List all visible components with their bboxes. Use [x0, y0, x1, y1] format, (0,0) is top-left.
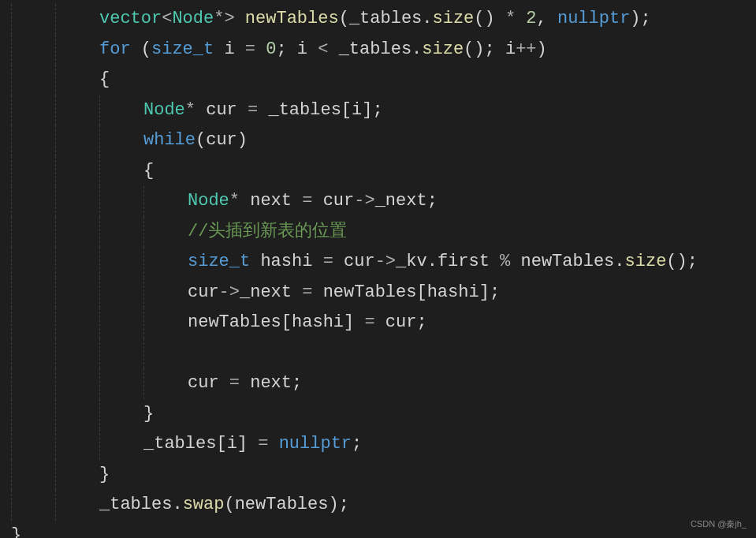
token-operator: = [245, 39, 255, 59]
token-punct: { [143, 161, 154, 181]
token-operator: -> [354, 191, 374, 211]
code-text: _tables.swap(newTables); [0, 490, 349, 521]
token-punct: ); [630, 9, 650, 28]
token-punct: . [427, 252, 438, 271]
token-operator: ++ [516, 39, 536, 59]
token-type: Node [172, 9, 214, 28]
token-text: _next [375, 191, 427, 211]
token-builtin: nullptr [279, 434, 352, 454]
token-number: 2 [526, 9, 536, 28]
token-operator: = [302, 191, 312, 211]
code-text: for (size_t i = 0; i < _tables.size(); i… [0, 35, 547, 65]
token-operator: = [248, 100, 258, 120]
token-text: hashi [250, 252, 322, 271]
code-line[interactable]: } [0, 399, 756, 430]
code-line[interactable]: _tables[i] = nullptr; [0, 429, 756, 460]
token-text: hashi [427, 282, 479, 302]
token-keyword: for [99, 39, 131, 59]
token-text: newTables [510, 252, 614, 271]
token-punct: ) [537, 39, 547, 59]
token-punct: ( [339, 9, 349, 28]
token-text: _kv [396, 252, 427, 271]
code-line[interactable]: _tables.swap(newTables); [0, 490, 756, 521]
code-text: newTables[hashi] = cur; [0, 308, 427, 338]
token-operator: -> [375, 252, 396, 271]
code-line[interactable]: cur = next; [0, 368, 756, 399]
token-punct: [ [281, 312, 292, 332]
code-text: } [0, 460, 110, 491]
token-punct: . [614, 252, 624, 271]
code-line[interactable]: size_t hashi = cur->_kv.first % newTable… [0, 247, 756, 278]
token-text [131, 39, 141, 59]
token-punct: ( [141, 39, 151, 59]
token-operator: * [214, 9, 224, 28]
code-text: } [0, 399, 154, 430]
token-comment: //头插到新表的位置 [188, 222, 347, 241]
code-line[interactable]: } [0, 521, 756, 539]
token-punct: , [537, 9, 547, 28]
token-text: first [438, 252, 500, 271]
token-operator: < [318, 39, 328, 59]
code-line[interactable]: vector<Node*> newTables(_tables.size() *… [0, 4, 756, 35]
token-text: i [352, 100, 362, 120]
token-text: _tables [143, 434, 216, 454]
code-text: cur = next; [0, 368, 302, 399]
token-method: size [433, 9, 475, 28]
token-operator: = [229, 373, 240, 393]
token-text: _next [240, 282, 302, 302]
code-text: cur->_next = newTables[hashi]; [0, 278, 500, 308]
code-line[interactable]: Node* cur = _tables[i]; [0, 95, 756, 126]
token-punct: . [412, 39, 422, 59]
code-line[interactable]: } [0, 460, 756, 491]
token-punct: ) [237, 130, 248, 150]
token-punct: ]; [479, 282, 500, 302]
token-text: next [240, 191, 302, 211]
token-keyword: size_t [188, 252, 250, 271]
code-line[interactable]: { [0, 156, 756, 187]
token-punct: . [172, 495, 182, 514]
token-text: cur [206, 130, 237, 150]
code-editor[interactable]: vector<Node*> newTables(_tables.size() *… [0, 0, 756, 538]
token-operator: = [364, 312, 374, 332]
token-punct: ; [276, 39, 286, 59]
code-text: Node* cur = _tables[i]; [0, 95, 383, 126]
code-line[interactable]: Node* next = cur->_next; [0, 186, 756, 217]
code-line[interactable]: while(cur) [0, 125, 756, 156]
token-punct: [ [341, 100, 352, 120]
token-text [516, 9, 526, 28]
token-punct: } [143, 404, 154, 424]
token-text: i [287, 39, 318, 59]
token-type: vector [99, 9, 162, 28]
token-punct: . [422, 9, 432, 28]
code-line[interactable]: for (size_t i = 0; i < _tables.size(); i… [0, 35, 756, 65]
token-punct: ] [237, 434, 248, 454]
token-punct: [ [416, 282, 426, 302]
token-punct: [ [216, 434, 226, 454]
token-text: _tables [328, 39, 412, 59]
token-operator: = [323, 252, 333, 271]
token-text [248, 434, 258, 454]
token-text [255, 39, 266, 59]
token-keyword: size_t [151, 39, 214, 59]
code-line[interactable] [0, 338, 756, 369]
code-line[interactable]: //头插到新表的位置 [0, 217, 756, 248]
code-line[interactable]: cur->_next = newTables[hashi]; [0, 278, 756, 308]
token-builtin: nullptr [557, 9, 630, 28]
token-text: i [214, 39, 245, 59]
code-line[interactable]: { [0, 65, 756, 95]
token-punct: ( [196, 130, 206, 150]
token-operator: < [162, 9, 172, 28]
token-method: size [422, 39, 464, 59]
token-method: size [625, 252, 667, 271]
token-text [354, 312, 364, 332]
token-punct: ; [416, 312, 426, 332]
token-keyword: while [143, 130, 196, 150]
token-text: _tables [258, 100, 341, 120]
token-type: Node [143, 100, 185, 120]
token-number: 0 [266, 39, 276, 59]
token-punct: ] [344, 312, 354, 332]
token-text: newTables [188, 312, 281, 332]
token-text: _tables [349, 9, 422, 28]
token-punct: ( [224, 495, 234, 514]
code-line[interactable]: newTables[hashi] = cur; [0, 308, 756, 338]
